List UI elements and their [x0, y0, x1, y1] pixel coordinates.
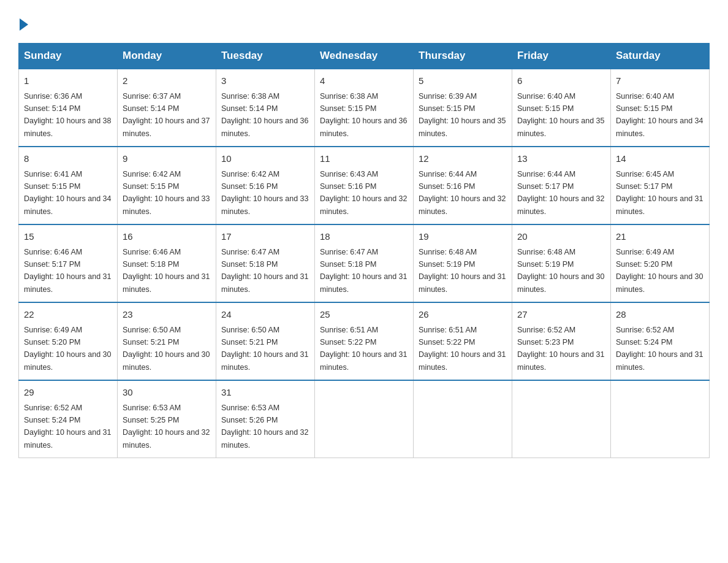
day-number: 3	[221, 74, 309, 88]
calendar-cell: 22 Sunrise: 6:49 AMSunset: 5:20 PMDaylig…	[19, 302, 118, 380]
day-info: Sunrise: 6:44 AMSunset: 5:16 PMDaylight:…	[419, 170, 506, 216]
day-number: 29	[24, 386, 112, 400]
calendar-cell: 17 Sunrise: 6:47 AMSunset: 5:18 PMDaylig…	[216, 224, 315, 302]
calendar-cell: 6 Sunrise: 6:40 AMSunset: 5:15 PMDayligh…	[512, 69, 611, 147]
day-number: 9	[123, 152, 211, 166]
day-number: 23	[123, 308, 211, 322]
week-row-4: 22 Sunrise: 6:49 AMSunset: 5:20 PMDaylig…	[19, 302, 710, 380]
day-info: Sunrise: 6:40 AMSunset: 5:15 PMDaylight:…	[616, 92, 703, 138]
day-info: Sunrise: 6:38 AMSunset: 5:15 PMDaylight:…	[320, 92, 407, 138]
day-info: Sunrise: 6:42 AMSunset: 5:16 PMDaylight:…	[221, 170, 308, 216]
calendar-cell: 7 Sunrise: 6:40 AMSunset: 5:15 PMDayligh…	[611, 69, 710, 147]
calendar-cell: 25 Sunrise: 6:51 AMSunset: 5:22 PMDaylig…	[315, 302, 414, 380]
logo-triangle-icon	[20, 18, 28, 31]
day-info: Sunrise: 6:49 AMSunset: 5:20 PMDaylight:…	[616, 248, 703, 294]
calendar-cell: 24 Sunrise: 6:50 AMSunset: 5:21 PMDaylig…	[216, 302, 315, 380]
day-number: 7	[616, 74, 704, 88]
logo	[18, 18, 29, 31]
week-row-3: 15 Sunrise: 6:46 AMSunset: 5:17 PMDaylig…	[19, 224, 710, 302]
calendar-cell: 15 Sunrise: 6:46 AMSunset: 5:17 PMDaylig…	[19, 224, 118, 302]
day-info: Sunrise: 6:53 AMSunset: 5:25 PMDaylight:…	[123, 404, 210, 450]
calendar-cell: 1 Sunrise: 6:36 AMSunset: 5:14 PMDayligh…	[19, 69, 118, 147]
calendar-cell: 21 Sunrise: 6:49 AMSunset: 5:20 PMDaylig…	[611, 224, 710, 302]
day-info: Sunrise: 6:41 AMSunset: 5:15 PMDaylight:…	[24, 170, 111, 216]
header-thursday: Thursday	[414, 44, 512, 69]
calendar-cell: 11 Sunrise: 6:43 AMSunset: 5:16 PMDaylig…	[315, 147, 414, 224]
calendar-cell: 4 Sunrise: 6:38 AMSunset: 5:15 PMDayligh…	[315, 69, 414, 147]
day-info: Sunrise: 6:49 AMSunset: 5:20 PMDaylight:…	[24, 326, 111, 372]
day-number: 10	[221, 152, 309, 166]
day-number: 15	[24, 230, 112, 244]
calendar-cell: 27 Sunrise: 6:52 AMSunset: 5:23 PMDaylig…	[512, 302, 611, 380]
day-info: Sunrise: 6:39 AMSunset: 5:15 PMDaylight:…	[419, 92, 506, 138]
day-info: Sunrise: 6:36 AMSunset: 5:14 PMDaylight:…	[24, 92, 111, 138]
calendar-cell: 9 Sunrise: 6:42 AMSunset: 5:15 PMDayligh…	[118, 147, 216, 224]
day-info: Sunrise: 6:51 AMSunset: 5:22 PMDaylight:…	[419, 326, 506, 372]
day-number: 5	[419, 74, 507, 88]
day-info: Sunrise: 6:50 AMSunset: 5:21 PMDaylight:…	[221, 326, 308, 372]
day-number: 25	[320, 308, 408, 322]
calendar-cell: 13 Sunrise: 6:44 AMSunset: 5:17 PMDaylig…	[512, 147, 611, 224]
day-info: Sunrise: 6:38 AMSunset: 5:14 PMDaylight:…	[221, 92, 308, 138]
header-wednesday: Wednesday	[315, 44, 414, 69]
day-info: Sunrise: 6:40 AMSunset: 5:15 PMDaylight:…	[517, 92, 604, 138]
calendar-cell: 18 Sunrise: 6:47 AMSunset: 5:18 PMDaylig…	[315, 224, 414, 302]
calendar-cell: 8 Sunrise: 6:41 AMSunset: 5:15 PMDayligh…	[19, 147, 118, 224]
calendar-cell: 2 Sunrise: 6:37 AMSunset: 5:14 PMDayligh…	[118, 69, 216, 147]
day-number: 27	[517, 308, 605, 322]
day-info: Sunrise: 6:45 AMSunset: 5:17 PMDaylight:…	[616, 170, 703, 216]
day-number: 6	[517, 74, 605, 88]
day-number: 20	[517, 230, 605, 244]
day-info: Sunrise: 6:50 AMSunset: 5:21 PMDaylight:…	[123, 326, 210, 372]
day-number: 19	[419, 230, 507, 244]
day-number: 21	[616, 230, 704, 244]
day-number: 18	[320, 230, 408, 244]
calendar-cell: 10 Sunrise: 6:42 AMSunset: 5:16 PMDaylig…	[216, 147, 315, 224]
day-info: Sunrise: 6:42 AMSunset: 5:15 PMDaylight:…	[123, 170, 210, 216]
day-number: 22	[24, 308, 112, 322]
day-number: 8	[24, 152, 112, 166]
header-monday: Monday	[118, 44, 216, 69]
day-number: 2	[123, 74, 211, 88]
calendar-cell	[315, 380, 414, 458]
calendar-cell: 30 Sunrise: 6:53 AMSunset: 5:25 PMDaylig…	[118, 380, 216, 458]
calendar-cell: 12 Sunrise: 6:44 AMSunset: 5:16 PMDaylig…	[414, 147, 512, 224]
day-info: Sunrise: 6:52 AMSunset: 5:23 PMDaylight:…	[517, 326, 604, 372]
day-info: Sunrise: 6:46 AMSunset: 5:17 PMDaylight:…	[24, 248, 111, 294]
calendar-cell	[512, 380, 611, 458]
calendar-cell: 16 Sunrise: 6:46 AMSunset: 5:18 PMDaylig…	[118, 224, 216, 302]
day-info: Sunrise: 6:44 AMSunset: 5:17 PMDaylight:…	[517, 170, 604, 216]
day-number: 11	[320, 152, 408, 166]
day-header-row: SundayMondayTuesdayWednesdayThursdayFrid…	[19, 44, 710, 69]
day-info: Sunrise: 6:48 AMSunset: 5:19 PMDaylight:…	[419, 248, 506, 294]
logo-general-text	[18, 18, 29, 31]
day-info: Sunrise: 6:47 AMSunset: 5:18 PMDaylight:…	[320, 248, 407, 294]
day-number: 4	[320, 74, 408, 88]
calendar-cell: 20 Sunrise: 6:48 AMSunset: 5:19 PMDaylig…	[512, 224, 611, 302]
calendar-cell: 3 Sunrise: 6:38 AMSunset: 5:14 PMDayligh…	[216, 69, 315, 147]
day-info: Sunrise: 6:37 AMSunset: 5:14 PMDaylight:…	[123, 92, 210, 138]
day-number: 17	[221, 230, 309, 244]
calendar-cell: 5 Sunrise: 6:39 AMSunset: 5:15 PMDayligh…	[414, 69, 512, 147]
header-tuesday: Tuesday	[216, 44, 315, 69]
day-number: 30	[123, 386, 211, 400]
day-info: Sunrise: 6:43 AMSunset: 5:16 PMDaylight:…	[320, 170, 407, 216]
calendar-table: SundayMondayTuesdayWednesdayThursdayFrid…	[18, 43, 710, 458]
calendar-body: 1 Sunrise: 6:36 AMSunset: 5:14 PMDayligh…	[19, 69, 710, 458]
calendar-cell: 19 Sunrise: 6:48 AMSunset: 5:19 PMDaylig…	[414, 224, 512, 302]
day-number: 13	[517, 152, 605, 166]
day-info: Sunrise: 6:46 AMSunset: 5:18 PMDaylight:…	[123, 248, 210, 294]
header-sunday: Sunday	[19, 44, 118, 69]
day-number: 14	[616, 152, 704, 166]
week-row-5: 29 Sunrise: 6:52 AMSunset: 5:24 PMDaylig…	[19, 380, 710, 458]
header-saturday: Saturday	[611, 44, 710, 69]
week-row-2: 8 Sunrise: 6:41 AMSunset: 5:15 PMDayligh…	[19, 147, 710, 224]
day-info: Sunrise: 6:51 AMSunset: 5:22 PMDaylight:…	[320, 326, 407, 372]
day-info: Sunrise: 6:52 AMSunset: 5:24 PMDaylight:…	[24, 404, 111, 450]
calendar-cell: 31 Sunrise: 6:53 AMSunset: 5:26 PMDaylig…	[216, 380, 315, 458]
calendar-cell: 14 Sunrise: 6:45 AMSunset: 5:17 PMDaylig…	[611, 147, 710, 224]
header-friday: Friday	[512, 44, 611, 69]
calendar-cell	[611, 380, 710, 458]
week-row-1: 1 Sunrise: 6:36 AMSunset: 5:14 PMDayligh…	[19, 69, 710, 147]
day-number: 24	[221, 308, 309, 322]
